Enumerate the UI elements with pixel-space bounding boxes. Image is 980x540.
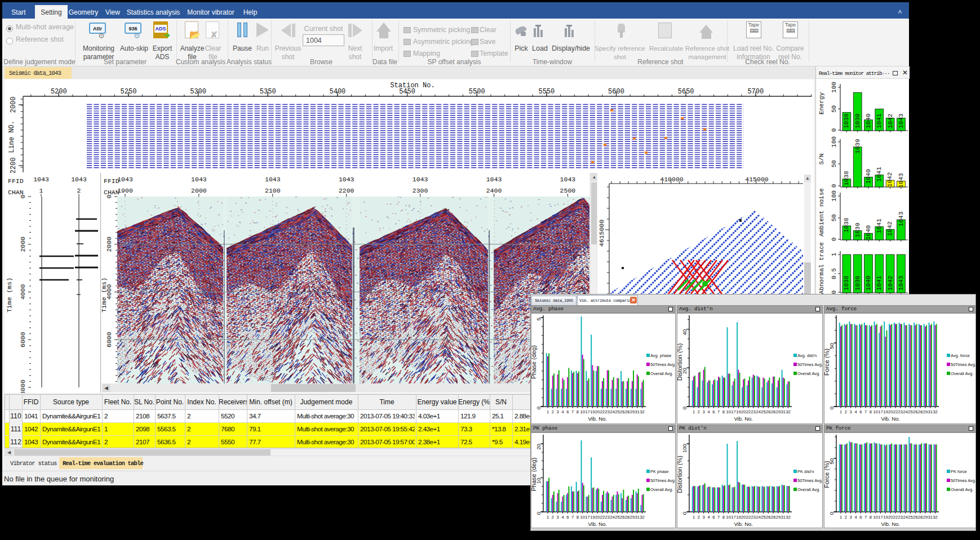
svg-text:28: 28 bbox=[625, 515, 629, 520]
svg-text:Avg. dist'n: Avg. dist'n bbox=[797, 353, 817, 358]
svg-text:0: 0 bbox=[535, 407, 542, 409]
svg-text:7: 7 bbox=[717, 409, 720, 414]
svg-text:1043: 1043 bbox=[898, 276, 904, 291]
svg-text:7: 7 bbox=[717, 515, 720, 520]
svg-text:4000: 4000 bbox=[19, 284, 26, 300]
svg-text:415000: 415000 bbox=[745, 176, 769, 183]
svg-text:Vib. No.: Vib. No. bbox=[881, 521, 900, 527]
svg-text:1039: 1039 bbox=[854, 139, 861, 153]
svg-text:Phase (deg): Phase (deg) bbox=[531, 458, 537, 492]
svg-text:28: 28 bbox=[918, 515, 923, 520]
svg-text:2: 2 bbox=[552, 409, 554, 414]
svg-text:25: 25 bbox=[761, 515, 765, 520]
svg-text:100: 100 bbox=[681, 444, 688, 453]
svg-text:32: 32 bbox=[786, 515, 790, 520]
svg-text:0: 0 bbox=[105, 194, 113, 198]
svg-text:23: 23 bbox=[605, 409, 610, 414]
svg-text:50: 50 bbox=[828, 343, 835, 349]
svg-text:Avg. phase: Avg. phase bbox=[650, 353, 671, 358]
svg-text:31: 31 bbox=[928, 409, 933, 414]
svg-text:2: 2 bbox=[698, 515, 700, 520]
svg-text:23: 23 bbox=[751, 515, 756, 520]
svg-text:50: 50 bbox=[831, 160, 837, 167]
svg-text:1040: 1040 bbox=[865, 114, 872, 128]
svg-text:25: 25 bbox=[908, 409, 912, 414]
svg-text:100: 100 bbox=[831, 82, 837, 93]
svg-text:2: 2 bbox=[552, 515, 554, 520]
svg-text:2000: 2000 bbox=[105, 236, 113, 252]
svg-text:7: 7 bbox=[571, 515, 574, 520]
svg-text:Time (ms): Time (ms) bbox=[101, 278, 108, 313]
svg-text:20: 20 bbox=[741, 409, 746, 414]
svg-text:4: 4 bbox=[854, 409, 857, 414]
svg-text:6: 6 bbox=[712, 515, 715, 520]
svg-text:Overall Avg.: Overall Avg. bbox=[797, 487, 820, 492]
svg-text:26: 26 bbox=[766, 409, 770, 414]
svg-text:6: 6 bbox=[859, 515, 862, 520]
svg-text:FFID: FFID bbox=[8, 177, 24, 185]
svg-text:Vib. No.: Vib. No. bbox=[734, 416, 753, 422]
svg-text:50Times Avg.: 50Times Avg. bbox=[650, 478, 676, 483]
svg-text:6000: 6000 bbox=[105, 332, 113, 347]
svg-text:PK phase: PK phase bbox=[650, 469, 669, 474]
svg-text:10: 10 bbox=[580, 515, 584, 520]
svg-text:Vib. No.: Vib. No. bbox=[734, 521, 753, 527]
svg-text:2000: 2000 bbox=[10, 97, 17, 113]
svg-text:1: 1 bbox=[831, 252, 837, 256]
svg-text:1040: 1040 bbox=[865, 169, 872, 184]
svg-text:2: 2 bbox=[845, 409, 847, 414]
svg-text:28: 28 bbox=[771, 409, 775, 414]
svg-text:20: 20 bbox=[535, 444, 542, 450]
svg-text:Force (%): Force (%) bbox=[824, 461, 830, 488]
svg-text:25: 25 bbox=[615, 409, 619, 414]
svg-text:8: 8 bbox=[722, 515, 725, 520]
svg-text:32: 32 bbox=[640, 409, 644, 414]
svg-text:19: 19 bbox=[736, 409, 740, 414]
svg-text:1040: 1040 bbox=[865, 225, 872, 240]
svg-text:2200: 2200 bbox=[339, 187, 354, 194]
svg-text:2: 2 bbox=[698, 409, 700, 414]
svg-text:4615000: 4615000 bbox=[598, 220, 605, 247]
svg-text:1043: 1043 bbox=[898, 173, 904, 188]
svg-text:26: 26 bbox=[913, 409, 917, 414]
svg-text:32: 32 bbox=[933, 409, 937, 414]
svg-text:19: 19 bbox=[883, 515, 888, 520]
svg-text:26: 26 bbox=[913, 515, 917, 520]
svg-text:1040: 1040 bbox=[865, 276, 872, 291]
svg-text:1042: 1042 bbox=[887, 172, 894, 187]
svg-text:50Times Avg.: 50Times Avg. bbox=[951, 478, 976, 483]
svg-text:Time (ms): Time (ms) bbox=[6, 278, 13, 313]
svg-text:S/N: S/N bbox=[818, 154, 825, 165]
svg-text:1043: 1043 bbox=[560, 176, 576, 183]
svg-text:Overall Avg.: Overall Avg. bbox=[951, 371, 973, 376]
svg-text:23: 23 bbox=[751, 409, 756, 414]
svg-text:3: 3 bbox=[556, 515, 558, 520]
svg-text:23: 23 bbox=[605, 515, 610, 520]
svg-text:20: 20 bbox=[595, 409, 600, 414]
svg-text:28: 28 bbox=[625, 409, 629, 414]
svg-text:1043: 1043 bbox=[33, 176, 49, 183]
svg-text:26: 26 bbox=[620, 409, 624, 414]
svg-text:29: 29 bbox=[923, 515, 928, 520]
svg-text:50Times Avg.: 50Times Avg. bbox=[951, 362, 976, 367]
svg-text:1038: 1038 bbox=[843, 171, 850, 185]
svg-text:6: 6 bbox=[566, 515, 569, 520]
svg-text:32: 32 bbox=[640, 515, 644, 520]
svg-text:19: 19 bbox=[883, 409, 888, 414]
svg-text:7: 7 bbox=[864, 515, 867, 520]
svg-text:Vib. No.: Vib. No. bbox=[588, 521, 607, 527]
svg-text:32: 32 bbox=[786, 409, 790, 414]
svg-text:6: 6 bbox=[859, 409, 862, 414]
svg-text:40: 40 bbox=[681, 329, 688, 336]
svg-text:Distortion (%): Distortion (%) bbox=[677, 343, 683, 381]
svg-text:0: 0 bbox=[831, 184, 837, 188]
svg-text:Line NO.: Line NO. bbox=[8, 121, 16, 153]
svg-text:20: 20 bbox=[888, 515, 893, 520]
svg-text:6: 6 bbox=[566, 409, 569, 414]
svg-text:Overall Avg.: Overall Avg. bbox=[951, 487, 973, 492]
svg-text:8: 8 bbox=[870, 515, 872, 520]
svg-text:24: 24 bbox=[610, 409, 614, 414]
svg-text:50Times Avg.: 50Times Avg. bbox=[650, 362, 676, 367]
svg-text:26: 26 bbox=[766, 515, 770, 520]
svg-text:4: 4 bbox=[707, 515, 709, 520]
